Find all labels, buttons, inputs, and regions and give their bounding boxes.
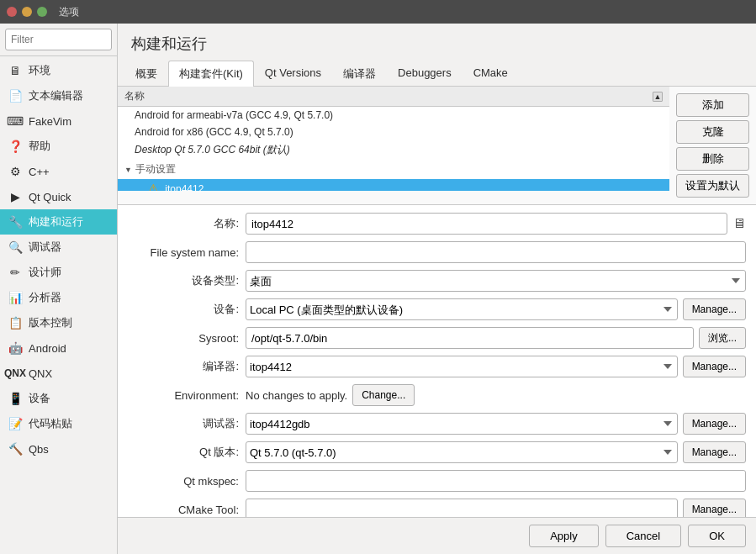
- filesystem-control: [246, 241, 746, 263]
- compiler-control: itop4412 Manage...: [246, 356, 746, 377]
- tab-cmake[interactable]: CMake: [463, 61, 519, 87]
- tab-overview[interactable]: 概要: [124, 61, 168, 87]
- environment-value: No changes to apply.: [246, 389, 347, 402]
- sidebar-item-code-snippets[interactable]: 📝 代码粘贴: [0, 411, 117, 436]
- sidebar-item-label: Qbs: [29, 443, 49, 456]
- sidebar-item-label: QNX: [29, 367, 52, 380]
- qt-version-control: Qt 5.7.0 (qt-5.7.0) Manage...: [246, 441, 746, 463]
- sysroot-control: 浏览...: [246, 327, 746, 349]
- apply-button[interactable]: Apply: [529, 525, 599, 547]
- sysroot-browse-button[interactable]: 浏览...: [699, 327, 746, 349]
- sysroot-label: Sysroot:: [128, 332, 246, 345]
- debugger-manage-button[interactable]: Manage...: [683, 413, 746, 435]
- kit-list-column-header: 名称: [124, 89, 145, 103]
- sidebar-item-qbs[interactable]: 🔨 Qbs: [0, 436, 117, 462]
- sidebar-item-version-control[interactable]: 📋 版本控制: [0, 310, 117, 335]
- cmake-tool-input[interactable]: [246, 499, 678, 517]
- cmake-tool-control: Manage...: [246, 499, 746, 517]
- device-type-control: 桌面: [246, 270, 746, 292]
- filter-input[interactable]: [5, 29, 112, 50]
- device-select[interactable]: Local PC (桌面类型的默认设备): [246, 298, 678, 320]
- list-item[interactable]: Android for x86 (GCC 4.9, Qt 5.7.0): [118, 124, 669, 140]
- form-row-name: 名称: 🖥: [128, 212, 746, 235]
- qt-version-select[interactable]: Qt 5.7.0 (qt-5.7.0): [246, 441, 678, 463]
- set-default-button[interactable]: 设置为默认: [676, 174, 749, 198]
- debugger-label: 调试器:: [128, 416, 246, 431]
- minimize-button[interactable]: [22, 7, 32, 17]
- compiler-label: 编译器:: [128, 359, 246, 374]
- close-button[interactable]: [7, 7, 17, 17]
- sidebar-item-label: 文本编辑器: [29, 88, 83, 103]
- sidebar-item-debugger[interactable]: 🔍 调试器: [0, 235, 117, 260]
- tab-bar: 概要 构建套件(Kit) Qt Versions 编译器 Debuggers C…: [118, 61, 756, 87]
- qt-mkspec-input[interactable]: [246, 470, 746, 492]
- form-row-qt-mkspec: Qt mkspec:: [128, 469, 746, 493]
- tab-kits[interactable]: 构建套件(Kit): [168, 61, 254, 87]
- qt-version-label: Qt 版本:: [128, 445, 246, 460]
- sidebar-item-environment[interactable]: 🖥 环境: [0, 58, 117, 83]
- form-row-compiler: 编译器: itop4412 Manage...: [128, 355, 746, 378]
- debugger-select[interactable]: itop4412gdb: [246, 413, 678, 435]
- sidebar-item-text-editor[interactable]: 📄 文本编辑器: [0, 83, 117, 108]
- kit-section: 名称 ▲ Android for armeabi-v7a (GCC 4.9, Q…: [118, 87, 756, 517]
- sidebar: 🖥 环境 📄 文本编辑器 ⌨ FakeVim ❓ 帮助 ⚙ C++ ▶ Qt Q: [0, 24, 118, 554]
- remove-kit-button[interactable]: 删除: [676, 147, 749, 171]
- build-run-icon: 🔧: [7, 214, 24, 230]
- tab-qt-versions[interactable]: Qt Versions: [254, 61, 332, 87]
- sidebar-item-label: 构建和运行: [29, 214, 83, 230]
- debugger-control: itop4412gdb Manage...: [246, 413, 746, 435]
- environment-control: No changes to apply. Change...: [246, 384, 746, 406]
- sidebar-item-analyzer[interactable]: 📊 分析器: [0, 285, 117, 310]
- sidebar-item-qnx[interactable]: QNX QNX: [0, 361, 117, 386]
- form-row-cmake-tool: CMake Tool: Manage...: [128, 498, 746, 517]
- cmake-tool-manage-button[interactable]: Manage...: [683, 499, 746, 517]
- maximize-button[interactable]: [37, 7, 47, 17]
- sidebar-item-devices[interactable]: 📱 设备: [0, 386, 117, 411]
- form-row-device-type: 设备类型: 桌面: [128, 269, 746, 293]
- sidebar-item-label: 调试器: [29, 240, 61, 255]
- kit-list: Android for armeabi-v7a (GCC 4.9, Qt 5.7…: [118, 107, 669, 191]
- sidebar-list: 🖥 环境 📄 文本编辑器 ⌨ FakeVim ❓ 帮助 ⚙ C++ ▶ Qt Q: [0, 56, 117, 554]
- code-snippets-icon: 📝: [7, 415, 24, 432]
- cancel-button[interactable]: Cancel: [605, 525, 681, 547]
- clone-kit-button[interactable]: 克隆: [676, 120, 749, 144]
- list-item[interactable]: Desktop Qt 5.7.0 GCC 64bit (默认): [118, 140, 669, 160]
- monitor-icon[interactable]: 🖥: [732, 216, 746, 231]
- list-item[interactable]: Android for armeabi-v7a (GCC 4.9, Qt 5.7…: [118, 107, 669, 124]
- list-scroll-up[interactable]: ▲: [653, 92, 663, 102]
- name-input[interactable]: [246, 213, 727, 235]
- sidebar-item-help[interactable]: ❓ 帮助: [0, 134, 117, 159]
- filesystem-label: File system name:: [128, 246, 246, 259]
- ok-button[interactable]: OK: [688, 525, 746, 547]
- kit-item-label: itop4412: [165, 183, 204, 191]
- device-type-select[interactable]: 桌面: [246, 270, 746, 292]
- text-editor-icon: 📄: [7, 87, 24, 104]
- sidebar-item-cpp[interactable]: ⚙ C++: [0, 159, 117, 184]
- sidebar-item-designer[interactable]: ✏ 设计师: [0, 260, 117, 285]
- qt-version-manage-button[interactable]: Manage...: [683, 441, 746, 463]
- compiler-manage-button[interactable]: Manage...: [683, 356, 746, 377]
- sidebar-item-fakevim[interactable]: ⌨ FakeVim: [0, 108, 117, 134]
- devices-icon: 📱: [7, 390, 24, 407]
- dialog: 🖥 环境 📄 文本编辑器 ⌨ FakeVim ❓ 帮助 ⚙ C++ ▶ Qt Q: [0, 24, 756, 554]
- device-control: Local PC (桌面类型的默认设备) Manage...: [246, 298, 746, 320]
- tab-debuggers[interactable]: Debuggers: [387, 61, 463, 87]
- environment-change-button[interactable]: Change...: [352, 384, 415, 406]
- compiler-select[interactable]: itop4412: [246, 356, 678, 377]
- window-title: 选项: [59, 5, 79, 19]
- environment-label: Environment:: [128, 389, 246, 402]
- fakevim-icon: ⌨: [7, 113, 24, 129]
- sysroot-input[interactable]: [246, 327, 694, 349]
- qt-mkspec-label: Qt mkspec:: [128, 475, 246, 488]
- tab-compilers[interactable]: 编译器: [332, 61, 387, 87]
- android-icon: 🤖: [7, 340, 24, 356]
- sidebar-item-build-run[interactable]: 🔧 构建和运行: [0, 209, 117, 235]
- form-row-qt-version: Qt 版本: Qt 5.7.0 (qt-5.7.0) Manage...: [128, 441, 746, 464]
- sidebar-item-qt-quick[interactable]: ▶ Qt Quick: [0, 184, 117, 209]
- sidebar-item-android[interactable]: 🤖 Android: [0, 335, 117, 361]
- add-kit-button[interactable]: 添加: [676, 93, 749, 117]
- filesystem-input[interactable]: [246, 241, 746, 263]
- device-manage-button[interactable]: Manage...: [683, 298, 746, 320]
- list-item-selected[interactable]: ⚠ itop4412: [118, 179, 669, 191]
- filter-box: [0, 24, 117, 56]
